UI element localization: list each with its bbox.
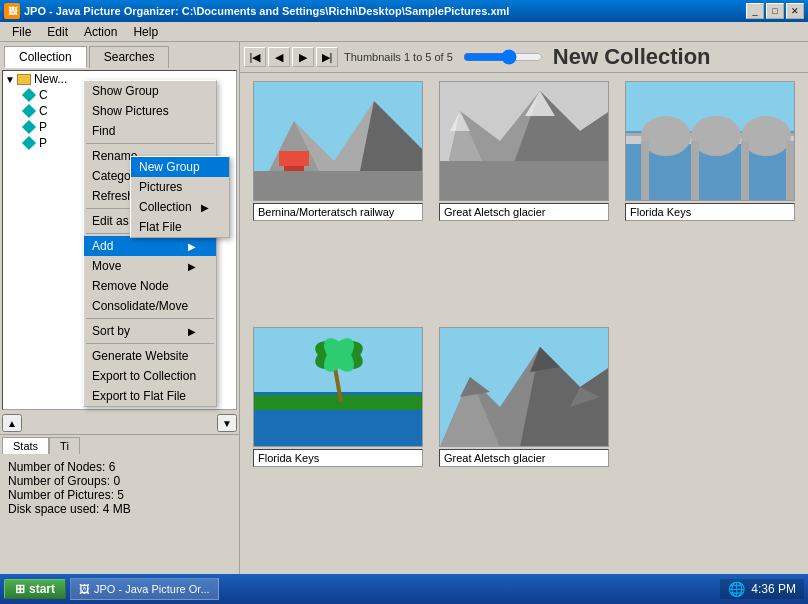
photo-frame-0[interactable]	[253, 81, 423, 201]
photo-item-2: Florida Keys	[620, 81, 800, 321]
stats-area: Number of Nodes: 6 Number of Groups: 0 N…	[0, 454, 239, 574]
close-button[interactable]: ✕	[786, 3, 804, 19]
start-label: start	[29, 582, 55, 596]
ctx-sort-by[interactable]: Sort by ▶	[84, 321, 216, 341]
ctx-generate-website[interactable]: Generate Website	[84, 346, 216, 366]
sub-flat-file[interactable]: Flat File	[131, 217, 229, 237]
photo-caption-3: Florida Keys	[253, 449, 423, 467]
tree-root-label: New...	[34, 72, 67, 86]
photo-frame-4[interactable]	[439, 327, 609, 447]
photo-item-0: Bernina/Morteratsch railway	[248, 81, 428, 321]
start-icon: ⊞	[15, 582, 25, 596]
sub-collection-arrow: ▶	[201, 202, 209, 213]
sub-pictures[interactable]: Pictures	[131, 177, 229, 197]
stat-pictures: Number of Pictures: 5	[8, 488, 231, 502]
submenu-add[interactable]: New Group Pictures Collection ▶ Flat Fil…	[130, 156, 230, 238]
photo-item-4: Great Aletsch glacier	[434, 327, 614, 567]
photo-item-1: Great Aletsch glacier	[434, 81, 614, 321]
nav-first-button[interactable]: |◀	[244, 47, 266, 67]
sub-new-group[interactable]: New Group	[131, 157, 229, 177]
photo-caption-1: Great Aletsch glacier	[439, 203, 609, 221]
right-panel: |◀ ◀ ▶ ▶| Thumbnails 1 to 5 of 5 New Col…	[240, 42, 808, 574]
bottom-tabs: Stats Ti	[0, 434, 239, 454]
photo-caption-4: Great Aletsch glacier	[439, 449, 609, 467]
menu-help[interactable]: Help	[125, 24, 166, 40]
menu-edit[interactable]: Edit	[39, 24, 76, 40]
taskbar-app-label: JPO - Java Picture Or...	[94, 583, 210, 595]
ctx-move-arrow: ▶	[188, 261, 196, 272]
stat-groups: Number of Groups: 0	[8, 474, 231, 488]
diamond-icon-4	[22, 136, 36, 150]
ctx-separator-1	[86, 143, 214, 144]
tab-bar: Collection Searches	[0, 42, 239, 68]
bottom-tab-stats[interactable]: Stats	[2, 437, 49, 454]
diamond-icon-2	[22, 104, 36, 118]
app-icon-small: 🖼	[79, 583, 90, 595]
photo-caption-0: Bernina/Morteratsch railway	[253, 203, 423, 221]
photo-grid: Bernina/Morteratsch railway	[240, 73, 808, 574]
taskbar: ⊞ start 🖼 JPO - Java Picture Or... 🌐 4:3…	[0, 574, 808, 604]
toolbar: |◀ ◀ ▶ ▶| Thumbnails 1 to 5 of 5 New Col…	[240, 42, 808, 73]
tab-collection[interactable]: Collection	[4, 46, 87, 68]
tree-label-2: C	[39, 104, 48, 118]
nav-label: Thumbnails 1 to 5 of 5	[344, 51, 453, 63]
context-menu[interactable]: Show Group Show Pictures Find Rename Cat…	[83, 80, 217, 407]
title-bar-buttons[interactable]: _ □ ✕	[746, 3, 804, 19]
maximize-button[interactable]: □	[766, 3, 784, 19]
nav-last-button[interactable]: ▶|	[316, 47, 338, 67]
ctx-separator-5	[86, 343, 214, 344]
svg-rect-6	[254, 171, 422, 201]
tree-label-4: P	[39, 136, 47, 150]
taskbar-right: 🌐 4:36 PM	[720, 579, 804, 599]
stat-disk: Disk space used: 4 MB	[8, 502, 231, 516]
svg-rect-5	[279, 151, 309, 166]
ctx-remove-node[interactable]: Remove Node	[84, 276, 216, 296]
sub-collection[interactable]: Collection ▶	[131, 197, 229, 217]
photo-caption-2: Florida Keys	[625, 203, 795, 221]
taskbar-app[interactable]: 🖼 JPO - Java Picture Or...	[70, 578, 219, 600]
tree-label-1: C	[39, 88, 48, 102]
menu-file[interactable]: File	[4, 24, 39, 40]
scroll-arrows: ▲ ▼	[0, 412, 239, 434]
photo-frame-3[interactable]	[253, 327, 423, 447]
nav-prev-button[interactable]: ◀	[268, 47, 290, 67]
tree-label-3: P	[39, 120, 47, 134]
ctx-separator-4	[86, 318, 214, 319]
svg-rect-21	[641, 141, 649, 201]
ctx-add-arrow: ▶	[188, 241, 196, 252]
ctx-add[interactable]: Add ▶	[84, 236, 216, 256]
slider-area	[463, 49, 543, 65]
title-bar-left: 🖼 JPO - Java Picture Organizer: C:\Docum…	[4, 3, 509, 19]
title-bar: 🖼 JPO - Java Picture Organizer: C:\Docum…	[0, 0, 808, 22]
network-icon: 🌐	[728, 581, 745, 597]
menu-bar: File Edit Action Help	[0, 22, 808, 42]
menu-action[interactable]: Action	[76, 24, 125, 40]
scroll-up-button[interactable]: ▲	[2, 414, 22, 432]
ctx-export-collection[interactable]: Export to Collection	[84, 366, 216, 386]
nav-next-button[interactable]: ▶	[292, 47, 314, 67]
photo-frame-1[interactable]	[439, 81, 609, 201]
minimize-button[interactable]: _	[746, 3, 764, 19]
ctx-consolidate[interactable]: Consolidate/Move	[84, 296, 216, 316]
zoom-slider[interactable]	[463, 49, 543, 65]
collection-title: New Collection	[553, 44, 711, 70]
diamond-icon-1	[22, 88, 36, 102]
start-button[interactable]: ⊞ start	[4, 579, 66, 599]
photo-frame-2[interactable]	[625, 81, 795, 201]
ctx-export-flat-file[interactable]: Export to Flat File	[84, 386, 216, 406]
ctx-show-pictures[interactable]: Show Pictures	[84, 101, 216, 121]
ctx-find[interactable]: Find	[84, 121, 216, 141]
diamond-icon-3	[22, 120, 36, 134]
folder-icon	[17, 74, 31, 85]
tab-searches[interactable]: Searches	[89, 46, 170, 68]
scroll-down-button[interactable]: ▼	[217, 414, 237, 432]
photo-item-3: Florida Keys	[248, 327, 428, 567]
svg-rect-29	[254, 395, 422, 410]
bottom-tab-ti[interactable]: Ti	[49, 437, 80, 454]
svg-rect-24	[786, 141, 794, 201]
stat-nodes: Number of Nodes: 6	[8, 460, 231, 474]
ctx-move[interactable]: Move ▶	[84, 256, 216, 276]
svg-rect-11	[440, 161, 608, 201]
ctx-show-group[interactable]: Show Group	[84, 81, 216, 101]
app-icon: 🖼	[4, 3, 20, 19]
